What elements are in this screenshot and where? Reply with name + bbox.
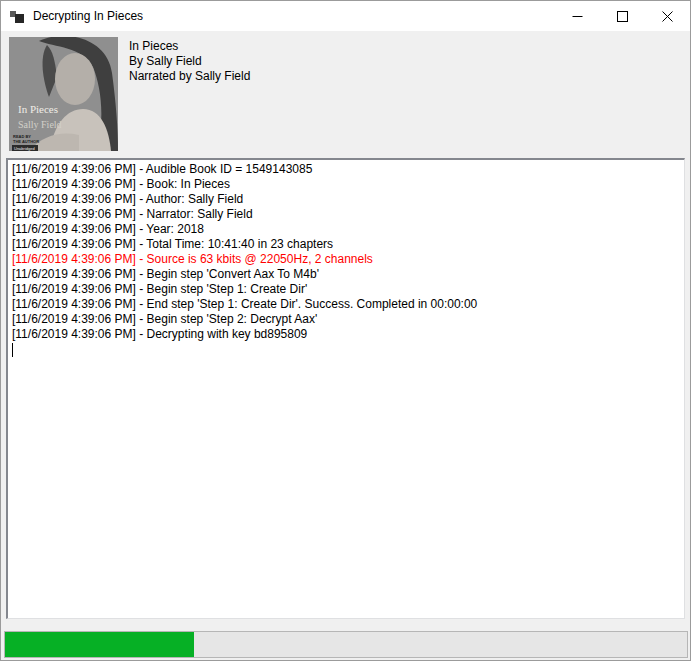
log-line: [11/6/2019 4:39:06 PM] - Begin step 'Ste…: [12, 282, 684, 297]
log-line: [11/6/2019 4:39:06 PM] - Source is 63 kb…: [12, 252, 684, 267]
book-narrator: Narrated by Sally Field: [129, 69, 250, 84]
close-button[interactable]: [645, 1, 690, 31]
window-controls: [555, 1, 690, 31]
book-title: In Pieces: [129, 39, 250, 54]
log-line: [11/6/2019 4:39:06 PM] - Audible Book ID…: [12, 162, 684, 177]
close-icon: [662, 11, 673, 22]
log-line: [11/6/2019 4:39:06 PM] - Begin step 'Con…: [12, 267, 684, 282]
log-line: [11/6/2019 4:39:06 PM] - Book: In Pieces: [12, 177, 684, 192]
cover-title-text: In Pieces: [18, 103, 58, 115]
book-cover-image: In Pieces Sally Field READ BY THE AUTHOR…: [9, 37, 118, 151]
cover-badge-line2: THE AUTHOR: [13, 139, 39, 144]
app-window: Decrypting In Pieces In Pieces Sally Fie…: [0, 0, 691, 661]
log-line: [11/6/2019 4:39:06 PM] - Narrator: Sally…: [12, 207, 684, 222]
progress-fill: [5, 632, 194, 657]
window-title: Decrypting In Pieces: [33, 9, 143, 23]
minimize-icon: [572, 11, 583, 22]
minimize-button[interactable]: [555, 1, 600, 31]
maximize-icon: [617, 11, 628, 22]
log-line: [11/6/2019 4:39:06 PM] - End step 'Step …: [12, 297, 684, 312]
log-textbox[interactable]: [11/6/2019 4:39:06 PM] - Audible Book ID…: [6, 158, 685, 619]
progress-bar: [4, 631, 688, 658]
cover-author-text: Sally Field: [18, 119, 62, 130]
book-author: By Sally Field: [129, 54, 250, 69]
titlebar: Decrypting In Pieces: [1, 1, 690, 31]
log-line: [11/6/2019 4:39:06 PM] - Total Time: 10:…: [12, 237, 684, 252]
book-info: In Pieces By Sally Field Narrated by Sal…: [129, 39, 250, 84]
maximize-button[interactable]: [600, 1, 645, 31]
log-line: [11/6/2019 4:39:06 PM] - Author: Sally F…: [12, 192, 684, 207]
log-line: [11/6/2019 4:39:06 PM] - Begin step 'Ste…: [12, 312, 684, 327]
cover-badge-line3: Unabridged: [14, 146, 35, 151]
app-icon: [10, 9, 24, 23]
log-line: [11/6/2019 4:39:06 PM] - Decrypting with…: [12, 327, 684, 342]
log-line: [11/6/2019 4:39:06 PM] - Year: 2018: [12, 222, 684, 237]
